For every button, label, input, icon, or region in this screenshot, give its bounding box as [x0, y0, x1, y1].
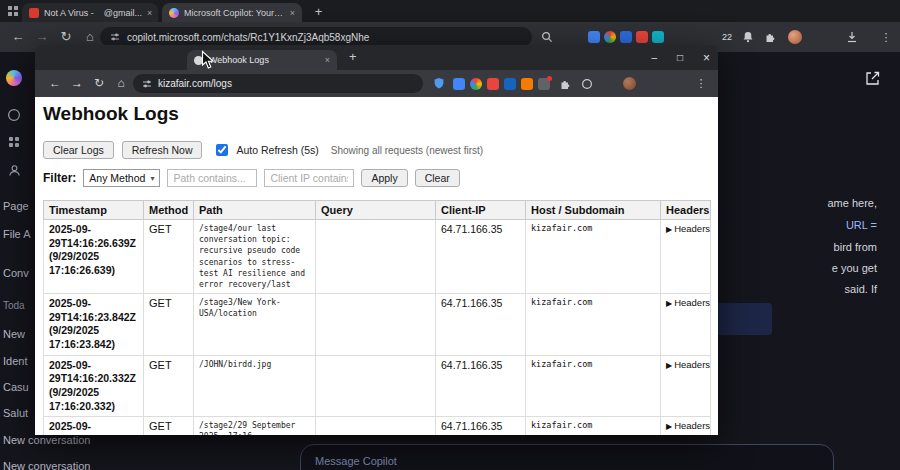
extension-icon[interactable]	[652, 31, 664, 43]
popup-tab-close-icon[interactable]: ×	[325, 55, 330, 65]
col-headers[interactable]: Headers	[661, 201, 711, 220]
extension-icon[interactable]	[470, 78, 482, 90]
tab-close-icon[interactable]: ×	[147, 8, 152, 18]
chat-bubble-icon[interactable]	[7, 108, 21, 122]
webhook-logs-page: Webhook Logs Clear Logs Refresh Now Auto…	[35, 97, 718, 435]
col-client-ip[interactable]: Client-IP	[436, 201, 526, 220]
headers-label[interactable]: Headers	[674, 420, 710, 431]
extensions-puzzle-icon[interactable]	[559, 78, 571, 90]
profile-avatar[interactable]	[623, 77, 636, 90]
search-icon[interactable]	[541, 31, 553, 43]
auto-refresh-checkbox[interactable]	[216, 144, 228, 156]
user-icon[interactable]	[8, 164, 21, 177]
extension-icon[interactable]	[588, 31, 600, 43]
webhook-logs-window: Webhook Logs × + – □ × ← → ↻ ⌂ kizafair.…	[35, 45, 718, 435]
main-url-bar[interactable]: copilot.microsoft.com/chats/Rc1Y1KxnZj3A…	[100, 27, 532, 47]
sidebar-item-files[interactable]: File A	[3, 228, 31, 240]
download-icon[interactable]	[846, 31, 858, 43]
client-ip-cell: 64.71.166.35	[436, 417, 526, 435]
popup-url-bar[interactable]: kizafair.com/logs	[133, 74, 423, 93]
path-filter-input[interactable]	[167, 169, 257, 187]
tab-gmail[interactable]: Not A Virus - @gmail... ×	[22, 3, 158, 22]
apply-button[interactable]: Apply	[361, 169, 407, 187]
back-icon[interactable]: ←	[45, 70, 65, 97]
notification-count-badge: 22	[722, 32, 732, 42]
tab-close-icon[interactable]: ×	[290, 8, 295, 18]
sidebar-item-new-conversation[interactable]: New conversation	[3, 434, 90, 446]
sync-icon[interactable]	[581, 78, 593, 90]
profile-avatar[interactable]	[788, 30, 802, 44]
col-path[interactable]: Path	[194, 201, 316, 220]
sidebar-item-conversations[interactable]: Conv	[3, 267, 29, 279]
headers-cell[interactable]: ▶Headers	[661, 355, 711, 417]
forward-icon[interactable]: →	[67, 70, 87, 97]
extension-icon[interactable]	[620, 31, 632, 43]
tab-copilot[interactable]: Microsoft Copilot: Your AI com... ×	[162, 3, 302, 22]
window-menu-icon[interactable]	[7, 5, 19, 17]
browser-menu-icon[interactable]: ⋮	[691, 70, 711, 97]
minimize-icon[interactable]: –	[651, 52, 657, 63]
sidebar-item-conversation[interactable]: Casu	[3, 381, 29, 393]
headers-label[interactable]: Headers	[674, 297, 710, 308]
clear-logs-button[interactable]: Clear Logs	[43, 141, 114, 159]
site-settings-icon[interactable]	[110, 32, 120, 42]
webhook-log-table: Timestamp Method Path Query Client-IP Ho…	[43, 200, 711, 435]
sidebar-section-today: Toda	[3, 300, 25, 311]
headers-label[interactable]: Headers	[674, 223, 710, 234]
sidebar-item-conversation[interactable]: Ident	[3, 355, 27, 367]
sidebar-item-conversation[interactable]: Salut	[3, 407, 28, 419]
copilot-logo-icon[interactable]	[6, 70, 22, 86]
client-ip-cell: 64.71.166.35	[436, 355, 526, 417]
back-icon[interactable]: ←	[8, 22, 28, 52]
clear-button[interactable]: Clear	[415, 169, 460, 187]
extension-icon[interactable]	[604, 31, 616, 43]
browser-menu-icon[interactable]: ⋮	[876, 22, 896, 52]
close-icon[interactable]: ×	[703, 51, 710, 65]
apps-grid-icon[interactable]	[7, 135, 21, 149]
extension-icon[interactable]	[521, 78, 533, 90]
extension-icon[interactable]	[487, 78, 499, 90]
popup-new-tab-button[interactable]: +	[349, 49, 357, 64]
new-tab-button[interactable]: +	[310, 3, 327, 20]
col-query[interactable]: Query	[316, 201, 436, 220]
col-method[interactable]: Method	[144, 201, 194, 220]
shield-icon[interactable]	[433, 77, 445, 90]
headers-expand-icon[interactable]: ▶	[666, 299, 672, 308]
extension-icon[interactable]	[504, 78, 516, 90]
refresh-now-button[interactable]: Refresh Now	[122, 141, 203, 159]
col-host[interactable]: Host / Subdomain	[526, 201, 661, 220]
popup-titlebar[interactable]: Webhook Logs × + – □ ×	[35, 45, 718, 70]
path-cell: /JOHN/birdd.jpg	[194, 355, 316, 417]
col-timestamp[interactable]: Timestamp	[44, 201, 144, 220]
sidebar-item-pages[interactable]: Page	[3, 200, 29, 212]
host-cell: kizafair.com	[526, 417, 661, 435]
extension-icon[interactable]	[636, 31, 648, 43]
headers-expand-icon[interactable]: ▶	[666, 422, 672, 431]
share-icon[interactable]	[864, 70, 881, 87]
ip-filter-input[interactable]	[264, 169, 354, 187]
headers-cell[interactable]: ▶Headers	[661, 417, 711, 435]
site-settings-icon[interactable]	[142, 79, 152, 89]
extension-icon[interactable]	[453, 78, 465, 90]
headers-cell[interactable]: ▶Headers	[661, 220, 711, 294]
message-composer[interactable]: Message Copilot	[300, 444, 834, 470]
extensions-puzzle-icon[interactable]	[764, 31, 776, 43]
chat-text-fragment: e you get	[832, 262, 877, 274]
screen: Not A Virus - @gmail... × Microsoft Copi…	[0, 0, 900, 470]
method-select[interactable]: Any Method ▾	[83, 169, 160, 187]
timestamp-local: (9/29/2025 17:16:20.332)	[49, 386, 138, 413]
maximize-icon[interactable]: □	[677, 52, 683, 63]
toolbar: Clear Logs Refresh Now Auto Refresh (5s)…	[43, 141, 483, 159]
sidebar-item-conversation[interactable]: New	[3, 328, 25, 340]
headers-label[interactable]: Headers	[674, 359, 710, 370]
filter-row: Filter: Any Method ▾ Apply Clear	[43, 169, 460, 187]
popup-tab-title: Webhook Logs	[209, 55, 319, 65]
headers-expand-icon[interactable]: ▶	[666, 225, 672, 234]
headers-expand-icon[interactable]: ▶	[666, 361, 672, 370]
query-cell	[316, 220, 436, 294]
reload-icon[interactable]: ↻	[89, 70, 109, 97]
home-icon[interactable]: ⌂	[111, 70, 131, 97]
headers-cell[interactable]: ▶Headers	[661, 294, 711, 356]
sidebar-item-new-conversation[interactable]: New conversation	[3, 460, 90, 470]
bell-icon[interactable]	[742, 31, 754, 43]
